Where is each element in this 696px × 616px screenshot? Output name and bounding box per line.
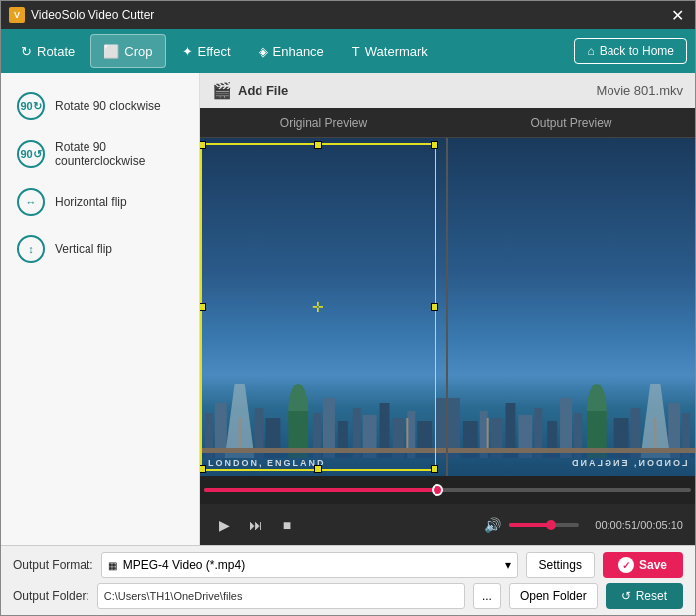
volume-thumb[interactable] — [546, 520, 556, 530]
vertical-flip-item[interactable]: ↕ Vertical flip — [1, 226, 199, 273]
scrubber-fill — [204, 488, 437, 492]
stop-button[interactable]: ■ — [275, 513, 299, 537]
close-button[interactable]: ✕ — [667, 5, 687, 25]
watermark-label: Watermark — [365, 44, 428, 59]
scrubber-thumb[interactable] — [432, 484, 443, 496]
volume-slider[interactable] — [509, 523, 579, 527]
vertical-flip-icon: ↕ — [17, 235, 45, 263]
london-text-left: LONDON, ENGLAND — [208, 458, 326, 468]
folder-row: Output Folder: C:\Users\TH1\OneDrive\fil… — [13, 583, 683, 609]
reset-icon: ↺ — [621, 589, 631, 603]
crop-label: Crop — [124, 44, 152, 59]
watermark-tab[interactable]: T Watermark — [340, 34, 439, 68]
save-label: Save — [639, 558, 667, 572]
crop-icon: ⬜ — [103, 44, 119, 59]
enhance-icon: ◈ — [259, 44, 268, 59]
rotate-ccw-icon: 90↺ — [17, 140, 45, 168]
rotate-label: Rotate — [37, 44, 75, 59]
window-title: VideoSolo Video Cutter — [31, 8, 154, 22]
format-dropdown-icon: ▾ — [505, 558, 511, 572]
output-preview-label: Output Preview — [447, 108, 695, 138]
city-skyline-left — [200, 384, 446, 458]
play-button[interactable]: ▶ — [212, 513, 236, 537]
fast-forward-icon: ⏭ — [249, 517, 262, 533]
rotate-icon: ↻ — [21, 44, 32, 59]
preview-area: Original Preview Output Preview — [200, 108, 695, 545]
output-folder-label: Output Folder: — [13, 589, 89, 603]
effect-icon: ✦ — [182, 44, 193, 59]
rotate-tab[interactable]: ↻ Rotate — [9, 34, 87, 68]
city-skyline-right — [448, 384, 695, 458]
content-area: 🎬 Add File Movie 801.mkv Original Previe… — [200, 73, 695, 545]
watermark-icon: T — [352, 44, 360, 59]
format-select[interactable]: ▦ MPEG-4 Video (*.mp4) ▾ — [101, 552, 518, 578]
original-preview-label: Original Preview — [200, 108, 447, 138]
london-text-right: LONDON, ENGLAND — [570, 458, 688, 468]
crop-tab[interactable]: ⬜ Crop — [90, 34, 165, 68]
file-name: Movie 801.mkv — [597, 83, 683, 98]
save-button[interactable]: ✓ Save — [603, 552, 683, 578]
format-row: Output Format: ▦ MPEG-4 Video (*.mp4) ▾ … — [13, 552, 683, 578]
time-current: 00:00:51 — [595, 519, 637, 531]
dots-button[interactable]: ... — [473, 583, 501, 609]
volume-fill — [509, 523, 551, 527]
volume-icon: 🔊 — [484, 517, 501, 533]
horizontal-flip-icon: ↔ — [17, 188, 45, 216]
horizontal-flip-label: Horizontal flip — [55, 195, 127, 209]
app-icon: V — [9, 7, 25, 23]
rotate-ccw-label: Rotate 90 counterclockwise — [55, 140, 183, 168]
back-home-label: Back to Home — [600, 44, 674, 58]
toolbar: ↻ Rotate ⬜ Crop ✦ Effect ◈ Enhance T Wat… — [1, 29, 695, 73]
rotate-ccw-item[interactable]: 90↺ Rotate 90 counterclockwise — [1, 130, 199, 178]
back-home-button[interactable]: ⌂ Back to Home — [574, 38, 687, 64]
output-video: LONDON, ENGLAND — [448, 138, 695, 476]
action-buttons: ✓ Save — [603, 552, 683, 578]
save-check-icon: ✓ — [618, 557, 634, 573]
bottom-bar: Output Format: ▦ MPEG-4 Video (*.mp4) ▾ … — [1, 545, 695, 615]
content-header: 🎬 Add File Movie 801.mkv — [200, 73, 695, 108]
settings-button[interactable]: Settings — [526, 552, 595, 578]
folder-path-text: C:\Users\TH1\OneDrive\files — [104, 590, 243, 602]
original-video: LONDON, ENGLAND ✛ — [200, 138, 446, 476]
controls-bar: ▶ ⏭ ■ 🔊 00:00:51/00:05:10 — [200, 504, 695, 545]
main-area: 90↻ Rotate 90 clockwise 90↺ Rotate 90 co… — [1, 73, 695, 545]
rotate-cw-label: Rotate 90 clockwise — [55, 99, 161, 113]
reset-button[interactable]: ↺ Reset — [606, 583, 683, 609]
video-preview-container: LONDON, ENGLAND ✛ — [200, 138, 695, 476]
folder-path: C:\Users\TH1\OneDrive\files — [97, 583, 465, 609]
effect-label: Effect — [198, 44, 231, 59]
sidebar: 90↻ Rotate 90 clockwise 90↺ Rotate 90 co… — [1, 73, 200, 545]
format-select-text: ▦ MPEG-4 Video (*.mp4) — [108, 558, 246, 572]
time-display: 00:00:51/00:05:10 — [595, 519, 683, 531]
title-bar-left: V VideoSolo Video Cutter — [9, 7, 154, 23]
add-file-label: Add File — [238, 83, 288, 98]
output-format-label: Output Format: — [13, 558, 93, 572]
vertical-flip-label: Vertical flip — [55, 242, 112, 256]
title-bar: V VideoSolo Video Cutter ✕ — [1, 1, 695, 29]
time-total: 00:05:10 — [640, 519, 683, 531]
home-icon: ⌂ — [587, 44, 594, 58]
fast-forward-button[interactable]: ⏭ — [244, 513, 267, 537]
scrubber-track[interactable] — [204, 488, 691, 492]
add-file-icon: 🎬 — [212, 81, 232, 100]
effect-tab[interactable]: ✦ Effect — [170, 34, 243, 68]
rotate-cw-icon: 90↻ — [17, 92, 45, 120]
svg-rect-38 — [448, 448, 695, 453]
main-window: V VideoSolo Video Cutter ✕ ↻ Rotate ⬜ Cr… — [0, 0, 696, 616]
preview-labels: Original Preview Output Preview — [200, 108, 695, 138]
horizontal-flip-item[interactable]: ↔ Horizontal flip — [1, 178, 199, 226]
svg-rect-17 — [200, 448, 446, 453]
enhance-label: Enhance — [273, 44, 324, 59]
rotate-cw-item[interactable]: 90↻ Rotate 90 clockwise — [1, 82, 199, 130]
timeline-area — [200, 476, 695, 504]
open-folder-button[interactable]: Open Folder — [509, 583, 598, 609]
format-value: MPEG-4 Video (*.mp4) — [123, 558, 246, 572]
format-icon: ▦ — [108, 560, 117, 571]
add-file-button[interactable]: 🎬 Add File — [212, 81, 288, 100]
enhance-tab[interactable]: ◈ Enhance — [247, 34, 336, 68]
reset-label: Reset — [636, 589, 667, 603]
